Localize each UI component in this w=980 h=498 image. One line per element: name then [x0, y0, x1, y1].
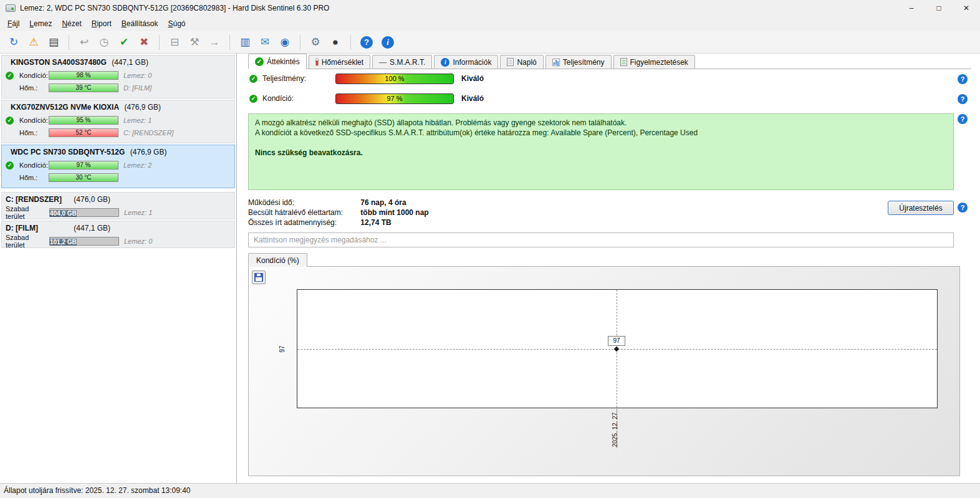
close-button[interactable]: ✕: [953, 0, 980, 16]
condition-history-chart: 97 97 2025. 12. 27.: [248, 266, 960, 476]
ok-status-icon: ✓: [249, 95, 257, 103]
disk-ok-icon[interactable]: ✔: [115, 34, 133, 50]
info-icon[interactable]: i: [382, 36, 394, 49]
save-icon: [254, 273, 263, 282]
chart-tab-condition[interactable]: Kondíció (%): [248, 253, 307, 267]
warning-disk-icon[interactable]: ⚠: [24, 34, 43, 50]
tab-label: Áttekintés: [267, 57, 300, 66]
toolbar-separator: [69, 35, 69, 50]
performance-label: Teljesítmény:: [262, 74, 335, 83]
free-space-bar: 404,0 GB: [49, 208, 119, 217]
condition-bar: 97 %: [49, 161, 118, 170]
dark-disk-icon[interactable]: ●: [326, 34, 345, 50]
retest-button[interactable]: Újratesztelés: [888, 201, 954, 215]
help-icon[interactable]: ?: [958, 203, 968, 213]
menu-report[interactable]: Riport: [87, 17, 117, 30]
report-icon[interactable]: ▤: [44, 34, 63, 50]
toolbar-separator: [350, 35, 351, 50]
chart-y-tick: 97: [279, 340, 287, 358]
tab-label: S.M.A.R.T.: [390, 58, 425, 67]
status-text: Állapot utoljára frissítve: 2025. 12. 27…: [4, 486, 191, 495]
disk-size: (476,9 GB): [124, 103, 161, 112]
titlebar: Lemez: 2, WDC PC SN730 SDBQNTY-512G [203…: [0, 0, 980, 16]
tab-smart[interactable]: — S.M.A.R.T.: [372, 55, 432, 69]
temp-bar: 39 °C: [49, 84, 118, 92]
free-space-label: Szabad terület: [6, 205, 49, 220]
info-circle-icon: i: [441, 58, 449, 67]
total-written-label: Összes írt adatmennyiség:: [248, 218, 358, 227]
performance-bar: 100 %: [335, 74, 454, 84]
tab-temperature[interactable]: Hőmérséklet: [309, 55, 370, 69]
toolbar-separator: [229, 35, 230, 50]
menu-settings[interactable]: Beállítások: [117, 17, 163, 30]
status-text-box: A mozgó alkatrész nélküli meghajtó (SSD)…: [248, 113, 954, 190]
menubar: Fájl Lemez Nézet Riport Beállítások Súgó: [0, 16, 980, 31]
help-icon[interactable]: ?: [958, 94, 968, 104]
disk-name: KINGSTON SA400S37480G: [11, 58, 107, 67]
condition-label: Kondíció:: [262, 94, 335, 103]
condition-bar: 95 %: [49, 116, 118, 125]
temp-bar: 30 °C: [49, 173, 118, 182]
help-icon[interactable]: ?: [958, 74, 968, 84]
tab-overview[interactable]: ✓ Áttekintés: [248, 54, 307, 69]
spacer: [6, 129, 14, 137]
ok-status-icon: ✓: [6, 72, 14, 80]
tab-information[interactable]: i Információk: [434, 55, 498, 69]
total-written-value: 12,74 TB: [360, 218, 391, 227]
toolbar: ↻ ⚠ ▤ ↩ ◷ ✔ ✖ ⊟ ⚒ → ▥ ✉ ◉ ⚙ ● ? i: [0, 31, 980, 54]
menu-view[interactable]: Nézet: [57, 17, 86, 30]
disk-item-kioxia[interactable]: KXG70ZNV512G NVMe KIOXIA (476,9 GB) ✓ Ko…: [1, 100, 235, 143]
temp-label: Hőm.:: [19, 129, 49, 136]
tab-label: Teljesítmény: [563, 58, 605, 67]
partition-item-c[interactable]: C: [RENDSZER] (476,0 GB) Szabad terület …: [1, 192, 235, 219]
disk-remove-icon[interactable]: ✖: [135, 34, 153, 50]
window-title: Lemez: 2, WDC PC SN730 SDBQNTY-512G [203…: [20, 4, 329, 12]
save-chart-button[interactable]: [252, 271, 266, 284]
tab-log[interactable]: Napló: [500, 55, 543, 69]
comment-input[interactable]: [248, 232, 954, 247]
spacer: [6, 174, 14, 182]
power-on-time-value: 76 nap, 4 óra: [360, 198, 406, 207]
disk-drive-icon[interactable]: ⊟: [165, 34, 184, 50]
check-circle-icon: ✓: [255, 57, 264, 66]
status-line-1: A mozgó alkatrész nélküli meghajtó (SSD)…: [255, 118, 947, 128]
tab-label: Hőmérséklet: [322, 58, 363, 67]
help-icon[interactable]: ?: [360, 36, 373, 49]
disk-go-icon[interactable]: →: [205, 34, 224, 50]
main-tabbar: ✓ Áttekintés Hőmérséklet — S.M.A.R.T. i …: [248, 54, 971, 69]
disk-index-label: Lemez: 0: [124, 237, 152, 245]
condition-label: Kondíció:: [19, 72, 49, 79]
condition-row: ✓ Kondíció: 97 % Kiváló: [248, 92, 484, 105]
menu-help[interactable]: Súgó: [163, 17, 190, 30]
toolbar-separator: [159, 35, 160, 50]
settings-gear-icon[interactable]: ⚙: [306, 34, 325, 50]
disk-item-wdc-selected[interactable]: WDC PC SN730 SDBQNTY-512G (476,9 GB) ✓ K…: [1, 145, 235, 188]
email-icon[interactable]: ✉: [256, 34, 274, 50]
maximize-button[interactable]: □: [925, 0, 953, 16]
lifetime-label: Becsült hátralévő élettartam:: [248, 208, 358, 217]
refresh-icon[interactable]: ↻: [4, 34, 23, 50]
condition-rating: Kiváló: [461, 94, 484, 103]
disk-item-kingston[interactable]: KINGSTON SA400S37480G (447,1 GB) ✓ Kondí…: [1, 55, 235, 98]
ok-status-icon: ✓: [249, 75, 257, 83]
statusbar: Állapot utoljára frissítve: 2025. 12. 27…: [0, 483, 980, 498]
disk-name: KXG70ZNV512G NVMe KIOXIA: [11, 103, 119, 112]
temp-label: Hőm.:: [19, 174, 49, 181]
clock-icon[interactable]: ◷: [95, 34, 113, 50]
disk-index-label: Lemez: 1: [124, 209, 152, 216]
tab-performance[interactable]: Teljesítmény: [545, 55, 612, 69]
disk-tools-icon[interactable]: ⚒: [185, 34, 204, 50]
help-icon[interactable]: ?: [958, 114, 968, 124]
undo-icon[interactable]: ↩: [75, 34, 94, 50]
disk-sidebar: KINGSTON SA400S37480G (447,1 GB) ✓ Kondí…: [0, 54, 237, 483]
disk-name: WDC PC SN730 SDBQNTY-512G: [11, 148, 125, 156]
free-space-value: 404,0 GB: [50, 210, 77, 217]
notes-icon[interactable]: ▥: [236, 34, 254, 50]
menu-disk[interactable]: Lemez: [24, 17, 57, 30]
menu-file[interactable]: Fájl: [2, 17, 24, 30]
minimize-button[interactable]: –: [898, 0, 925, 16]
tab-alerts[interactable]: Figyelmeztetések: [613, 55, 695, 69]
partition-item-d[interactable]: D: [FILM] (447,1 GB) Szabad terület 101,…: [1, 221, 235, 248]
app-window: Lemez: 2, WDC PC SN730 SDBQNTY-512G [203…: [0, 0, 980, 498]
network-icon[interactable]: ◉: [276, 34, 294, 50]
